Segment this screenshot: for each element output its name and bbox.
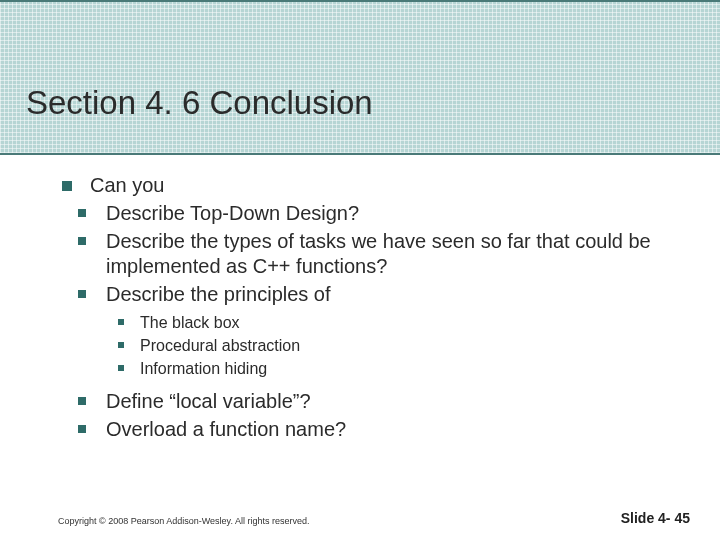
- square-bullet-icon: [78, 237, 86, 245]
- list-item-text: The black box: [140, 314, 240, 331]
- list-item-text: Can you: [90, 174, 165, 196]
- square-bullet-icon: [78, 290, 86, 298]
- copyright-text: Copyright © 2008 Pearson Addison-Wesley.…: [58, 516, 309, 526]
- square-bullet-icon: [118, 342, 124, 348]
- list-item-text: Describe Top-Down Design?: [106, 202, 359, 224]
- square-bullet-icon: [78, 209, 86, 217]
- square-bullet-icon: [118, 365, 124, 371]
- list-item: Overload a function name?: [78, 417, 692, 442]
- list-item-text: Define “local variable”?: [106, 390, 311, 412]
- square-bullet-icon: [62, 181, 72, 191]
- list-item-text: Procedural abstraction: [140, 337, 300, 354]
- list-item: Information hiding: [118, 359, 692, 379]
- square-bullet-icon: [78, 397, 86, 405]
- list-item: Describe the types of tasks we have seen…: [78, 229, 692, 279]
- list-item: Can you: [62, 173, 692, 198]
- slide-content: Can you Describe Top-Down Design? Descri…: [0, 155, 720, 442]
- list-item: Describe Top-Down Design?: [78, 201, 692, 226]
- list-item: The black box: [118, 313, 692, 333]
- header-band: Section 4. 6 Conclusion: [0, 0, 720, 155]
- list-item-text: Information hiding: [140, 360, 267, 377]
- square-bullet-icon: [78, 425, 86, 433]
- footer: Copyright © 2008 Pearson Addison-Wesley.…: [0, 510, 720, 526]
- list-item-text: Describe the principles of: [106, 283, 331, 305]
- list-item-text: Overload a function name?: [106, 418, 346, 440]
- list-item: Define “local variable”?: [78, 389, 692, 414]
- list-item: Describe the principles of: [78, 282, 692, 307]
- slide-number: Slide 4- 45: [621, 510, 690, 526]
- square-bullet-icon: [118, 319, 124, 325]
- slide-title: Section 4. 6 Conclusion: [26, 84, 373, 122]
- list-item: Procedural abstraction: [118, 336, 692, 356]
- list-item-text: Describe the types of tasks we have seen…: [106, 230, 651, 277]
